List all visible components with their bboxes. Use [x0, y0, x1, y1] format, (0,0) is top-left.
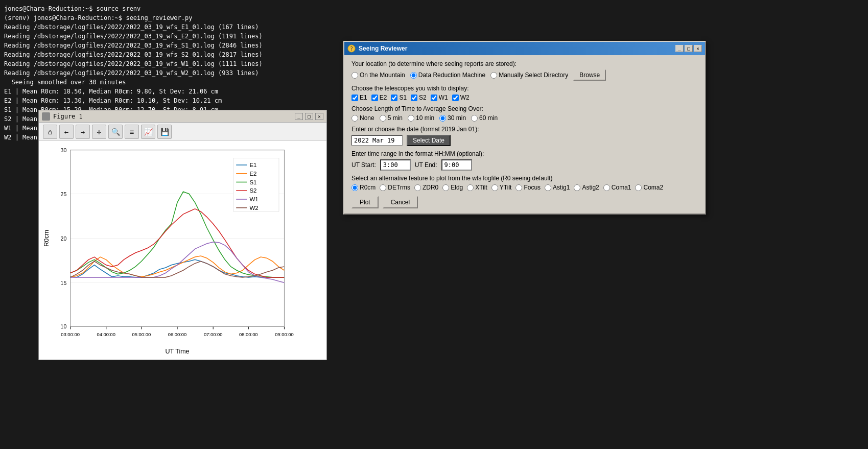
- ut-start-input[interactable]: [380, 159, 411, 171]
- astig2-feature-label: Astig2: [582, 184, 599, 191]
- focus-feature-radio[interactable]: [515, 184, 522, 191]
- save-button[interactable]: 💾: [157, 125, 172, 139]
- none-avg-radio[interactable]: [351, 115, 358, 122]
- 5min-avg-radio[interactable]: [380, 115, 386, 122]
- svg-text:05:00:00: 05:00:00: [132, 332, 151, 337]
- e2-checkbox-label: E2: [380, 94, 387, 101]
- figure-close-button[interactable]: ✕: [315, 113, 323, 120]
- zoom-button[interactable]: 🔍: [108, 125, 123, 139]
- feature-row: Select an alternative feature to plot fr…: [351, 175, 698, 191]
- back-button[interactable]: ←: [59, 125, 74, 139]
- figure-maximize-button[interactable]: □: [305, 113, 313, 120]
- astig1-feature-radio[interactable]: [545, 184, 551, 191]
- forward-button[interactable]: →: [76, 125, 90, 139]
- location-label: Your location (to determine where seeing…: [351, 60, 517, 67]
- zdr0-feature-label: ZDR0: [423, 184, 438, 191]
- svg-text:E1: E1: [249, 162, 256, 168]
- coma1-feature-radio[interactable]: [603, 184, 610, 191]
- 30min-avg-radio[interactable]: [439, 115, 446, 122]
- browse-button[interactable]: Browse: [573, 69, 606, 81]
- plot-button[interactable]: Plot: [351, 196, 379, 208]
- figure-toolbar: ⌂ ← → ✛ 🔍 ≡ 📈 💾: [39, 123, 326, 141]
- s2-checkbox-item: S2: [411, 94, 427, 101]
- e2-checkbox-item: E2: [371, 94, 387, 101]
- feature-label: Select an alternative feature to plot fr…: [351, 175, 553, 182]
- data-reduction-radio[interactable]: [410, 72, 417, 79]
- time-range-row: Enter time range in the format HH:MM (op…: [351, 150, 698, 171]
- svg-text:30: 30: [61, 148, 67, 153]
- 60min-avg-radio[interactable]: [471, 115, 478, 122]
- astig1-feature-option: Astig1: [545, 184, 570, 191]
- 10min-avg-radio[interactable]: [408, 115, 414, 122]
- avg-label: Choose Length of Time to Average Seeing …: [351, 105, 483, 112]
- s2-checkbox[interactable]: [411, 94, 417, 101]
- astig2-feature-radio[interactable]: [574, 184, 580, 191]
- e1-checkbox[interactable]: [351, 94, 358, 101]
- home-button[interactable]: ⌂: [43, 125, 57, 139]
- terminal: jones@Chara-Reduction:~$ source srenv (s…: [0, 0, 337, 117]
- detrms-feature-label: DETrms: [388, 184, 410, 191]
- dialog-close-button[interactable]: ✕: [694, 45, 702, 52]
- e2-checkbox[interactable]: [371, 94, 378, 101]
- pan-button[interactable]: ✛: [92, 125, 106, 139]
- 5min-avg-option: 5 min: [380, 114, 403, 122]
- svg-text:S2: S2: [249, 187, 256, 194]
- on-mountain-radio[interactable]: [351, 72, 358, 79]
- detrms-feature-radio[interactable]: [380, 184, 386, 191]
- data-reduction-option: Data Reduction Machine: [410, 72, 485, 79]
- 5min-avg-label: 5 min: [388, 114, 403, 122]
- time-inputs: UT Start: UT End:: [351, 159, 698, 171]
- eldg-feature-option: Eldg: [442, 184, 463, 191]
- svg-text:06:00:00: 06:00:00: [168, 332, 187, 337]
- zdr0-feature-radio[interactable]: [414, 184, 421, 191]
- cancel-button[interactable]: Cancel: [383, 196, 418, 208]
- dialog-maximize-button[interactable]: □: [685, 45, 693, 52]
- coma1-feature-label: Coma1: [612, 184, 631, 191]
- time-range-label: Enter time range in the format HH:MM (op…: [351, 150, 484, 157]
- ytilt-feature-option: YTilt: [491, 184, 512, 191]
- dialog-minimize-button[interactable]: _: [675, 45, 684, 52]
- ut-end-input[interactable]: [441, 159, 472, 171]
- svg-text:15: 15: [61, 280, 67, 286]
- eldg-feature-radio[interactable]: [442, 184, 449, 191]
- w1-checkbox[interactable]: [431, 94, 437, 101]
- chart-svg: R0cm UT Time 30 25 20 15 10: [41, 143, 324, 358]
- seeing-dialog: ? Seeing Reviewer _ □ ✕ Your location (t…: [343, 41, 706, 215]
- date-row: Enter or choose the date (format 2019 Ja…: [351, 126, 698, 146]
- svg-text:W2: W2: [249, 205, 258, 211]
- feature-radio-group: R0cm DETrms ZDR0 Eldg XTilt: [351, 184, 698, 191]
- w2-checkbox[interactable]: [452, 94, 459, 101]
- s1-checkbox[interactable]: [391, 94, 397, 101]
- avg-row: Choose Length of Time to Average Seeing …: [351, 105, 698, 122]
- dialog-window-controls: _ □ ✕: [675, 45, 702, 52]
- r0cm-feature-radio[interactable]: [351, 184, 358, 191]
- manually-select-option: Manually Select Directory: [490, 72, 568, 79]
- svg-text:03:00:00: 03:00:00: [61, 332, 80, 337]
- figure-titlebar: Figure 1 _ □ ✕: [39, 110, 326, 123]
- xtilt-feature-label: XTilt: [475, 184, 487, 191]
- svg-text:25: 25: [61, 192, 67, 197]
- e1-checkbox-item: E1: [351, 94, 367, 101]
- dialog-title-left: ? Seeing Reviewer: [347, 44, 407, 53]
- manually-select-radio[interactable]: [490, 72, 497, 79]
- svg-text:?: ?: [350, 46, 353, 52]
- location-radio-group: On the Mountain Data Reduction Machine M…: [351, 69, 698, 81]
- none-avg-label: None: [360, 114, 374, 122]
- 10min-avg-label: 10 min: [416, 114, 434, 122]
- ytilt-feature-radio[interactable]: [491, 184, 498, 191]
- select-date-button[interactable]: Select Date: [407, 135, 451, 146]
- coma2-feature-radio[interactable]: [635, 184, 642, 191]
- date-input[interactable]: [351, 135, 403, 146]
- eldg-feature-label: Eldg: [451, 184, 463, 191]
- figure-minimize-button[interactable]: _: [295, 113, 303, 120]
- lines-button[interactable]: 📈: [141, 125, 155, 139]
- figure-title-text: Figure 1: [53, 113, 83, 120]
- detrms-feature-option: DETrms: [380, 184, 410, 191]
- 60min-avg-label: 60 min: [479, 114, 498, 122]
- settings-button[interactable]: ≡: [125, 125, 139, 139]
- astig2-feature-option: Astig2: [574, 184, 599, 191]
- xtilt-feature-radio[interactable]: [467, 184, 474, 191]
- manually-select-label: Manually Select Directory: [499, 72, 568, 79]
- coma1-feature-option: Coma1: [603, 184, 631, 191]
- svg-text:UT Time: UT Time: [165, 348, 189, 355]
